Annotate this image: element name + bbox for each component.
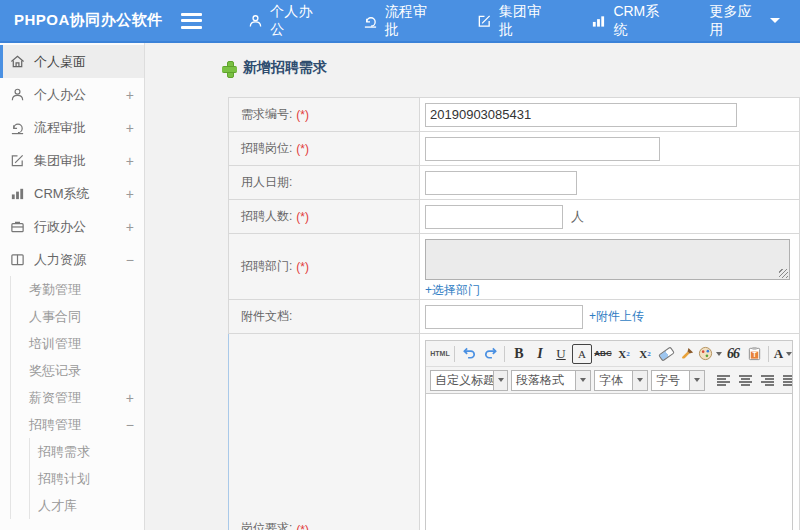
sidebar-item-workflow-approval[interactable]: 流程审批 + [0,111,144,144]
nav-crm-system[interactable]: CRM系统 [571,0,689,41]
required-mark: (*) [296,260,309,274]
nav-label: 更多应用 [709,3,761,39]
strikethrough-button[interactable]: ABC [593,344,613,364]
eraser-button[interactable] [656,344,676,364]
sidebar: 个人桌面 个人办公 + 流程审批 + 集团审批 + CRM系统 + [0,43,145,530]
editor-toolbar-row2: 自定义标题 段落格式 字体 [426,367,792,394]
sidebar-item-personnel-contract[interactable]: 人事合同 [11,303,144,330]
sidebar-item-human-resources[interactable]: 人力资源 − [0,243,144,276]
chevron-down-icon [786,352,792,356]
font-size-select[interactable]: 字号 [651,370,705,391]
italic-button[interactable]: I [530,344,550,364]
align-left-button[interactable] [713,370,733,390]
expand-toggle[interactable]: + [126,390,134,406]
attachment-input[interactable] [425,305,583,329]
attachment-upload-link[interactable]: +附件上传 [589,308,644,325]
chevron-down-icon [493,371,507,390]
sidebar-item-salary-management[interactable]: 薪资管理 + [11,384,144,411]
home-icon [10,54,25,69]
sidebar-item-label: 个人办公 [34,86,126,104]
sidebar-item-label: 人力资源 [34,251,126,269]
form-row-position: 招聘岗位: (*) [228,132,800,166]
collapse-toggle[interactable]: − [126,252,134,268]
select-value: 自定义标题 [431,372,493,389]
blockquote-button[interactable]: 66 [723,344,743,364]
expand-toggle[interactable]: + [126,219,134,235]
hire-date-input[interactable] [425,171,577,195]
nav-group-approval[interactable]: 集团审批 [457,0,571,41]
editor-content-area[interactable] [426,394,792,530]
bar-chart-icon [591,13,606,29]
sidebar-item-group-approval[interactable]: 集团审批 + [0,144,144,177]
demand-no-input[interactable] [425,103,737,127]
clipboard-icon: T [747,346,762,361]
form-row-headcount: 招聘人数: (*) 人 [228,200,800,234]
sidebar-item-label: 招聘需求 [38,443,134,461]
redo-button[interactable] [480,344,500,364]
undo-button[interactable] [459,344,479,364]
workflow-icon [10,120,25,135]
html-source-button[interactable]: HTML [430,344,450,364]
expand-toggle[interactable]: + [126,153,134,169]
field-input-cell: 人 [420,200,800,233]
sup-base: X [618,348,626,360]
paragraph-format-select[interactable]: 段落格式 [511,370,591,391]
sidebar-item-administration[interactable]: 行政办公 + [0,210,144,243]
chevron-down-icon [575,371,590,390]
font-border-button[interactable]: A [572,344,592,364]
expand-toggle[interactable]: + [126,186,134,202]
form-row-hire-date: 用人日期: [228,166,800,200]
sidebar-item-talent-pool[interactable]: 人才库 [30,492,144,519]
color-palette-button[interactable] [698,344,722,364]
sidebar-item-attendance-management[interactable]: 考勤管理 [11,276,144,303]
sidebar-item-label: 考勤管理 [29,281,134,299]
alignment-group [713,370,792,390]
main-content: 新增招聘需求 需求编号: (*) 招聘岗位: (*) [145,43,800,530]
position-input[interactable] [425,137,660,161]
field-input-cell: HTML B I U [420,334,800,530]
align-right-button[interactable] [757,370,777,390]
department-textarea[interactable] [425,239,790,280]
font-color-button[interactable]: A [773,344,792,364]
sidebar-item-label: 人事合同 [29,308,134,326]
sidebar-item-crm-system[interactable]: CRM系统 + [0,177,144,210]
nav-personal-office[interactable]: 个人办公 [228,0,342,41]
expand-toggle[interactable]: + [126,87,134,103]
sidebar-item-personal-desktop[interactable]: 个人桌面 [0,45,144,78]
sidebar-item-recruit-demand[interactable]: 招聘需求 [30,438,144,465]
field-label: 岗位要求: [241,520,292,530]
font-family-select[interactable]: 字体 [594,370,648,391]
unit-suffix: 人 [571,208,584,226]
underline-button[interactable]: U [551,344,571,364]
bold-button[interactable]: B [509,344,529,364]
align-center-button[interactable] [735,370,755,390]
custom-title-select[interactable]: 自定义标题 [430,370,508,391]
sidebar-item-personal-office[interactable]: 个人办公 + [0,78,144,111]
sidebar-item-training-management[interactable]: 培训管理 [11,330,144,357]
select-department-link[interactable]: +选择部门 [425,282,480,299]
rich-text-editor: HTML B I U [425,340,793,530]
font-color-glyph: A [774,346,783,362]
nav-workflow-approval[interactable]: 流程审批 [343,0,457,41]
superscript-button[interactable]: X2 [614,344,634,364]
nav-more-apps[interactable]: 更多应用 [689,0,800,41]
field-label: 招聘岗位: [241,140,292,157]
expand-toggle[interactable]: + [126,120,134,136]
paste-button[interactable]: T [744,344,764,364]
sidebar-item-reward-punishment[interactable]: 奖惩记录 [11,357,144,384]
nav-label: 集团审批 [499,3,551,39]
workflow-icon [363,13,378,29]
format-brush-button[interactable] [677,344,697,364]
align-justify-button[interactable] [779,370,792,390]
collapse-toggle[interactable]: − [126,417,134,433]
eraser-icon [658,346,675,361]
field-input-cell: +选择部门 [420,234,800,299]
sidebar-item-recruit-management[interactable]: 招聘管理 − [11,411,144,438]
required-mark: (*) [296,108,309,122]
headcount-input[interactable] [425,205,563,229]
subscript-button[interactable]: X2 [635,344,655,364]
menu-toggle-icon[interactable] [181,13,202,29]
sidebar-item-recruit-plan[interactable]: 招聘计划 [30,465,144,492]
bar-chart-icon [10,186,25,201]
sup-exp: 2 [626,350,630,358]
